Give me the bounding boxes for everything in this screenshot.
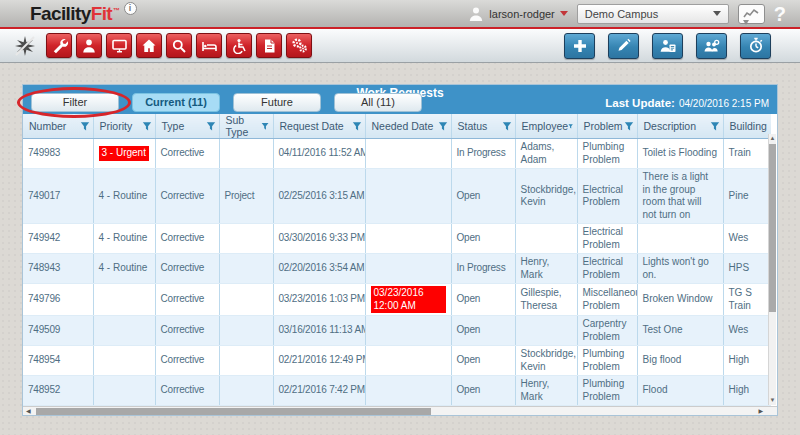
cell-employee [515, 316, 577, 346]
work-orders-button[interactable] [46, 33, 72, 58]
column-header-needed_date[interactable]: Needed Date [365, 114, 451, 139]
accessibility-button[interactable] [226, 33, 252, 58]
column-header-status[interactable]: Status [451, 114, 515, 139]
team-button[interactable] [696, 33, 727, 59]
table-row[interactable]: 748952Corrective02/21/2016 7:42 PMOpenHe… [23, 376, 771, 406]
horizontal-scrollbar[interactable]: ◀ ▶ [23, 406, 777, 415]
work-requests-panel: Work Requests Filter Current (11) Future… [22, 84, 778, 416]
table-header-row: NumberPriorityTypeSub TypeRequest DateNe… [23, 114, 771, 139]
worker-clipboard-icon [659, 38, 677, 54]
campus-select[interactable]: Demo Campus [577, 4, 729, 24]
cell-type: Corrective [155, 139, 219, 169]
cell-request_date: 03/23/2016 1:03 PM [273, 284, 365, 316]
document-icon [262, 38, 277, 54]
vertical-scrollbar[interactable]: ▲ ▼ [768, 134, 776, 405]
add-request-button[interactable] [564, 33, 595, 59]
horizontal-scroll-thumb[interactable] [36, 408, 431, 415]
table-row[interactable]: 748954Corrective02/21/2016 12:49 PMOpenS… [23, 346, 771, 376]
user-menu[interactable]: larson-rodger [468, 6, 567, 22]
assign-work-button[interactable] [652, 33, 683, 59]
filter-funnel-icon[interactable] [568, 121, 573, 132]
search-button[interactable] [166, 33, 192, 58]
tab-all[interactable]: All (11) [334, 93, 422, 112]
cell-description: Lights won't go on. [637, 254, 723, 284]
filter-funnel-icon[interactable] [502, 121, 512, 132]
column-header-employee[interactable]: Employee [515, 114, 577, 139]
table-row[interactable]: 7499424 - RoutineCorrective03/30/2016 9:… [23, 224, 771, 254]
column-header-building[interactable]: Building [723, 114, 771, 139]
cell-request_date: 02/25/2016 3:15 AM [273, 169, 365, 224]
column-label: Number [29, 120, 66, 132]
table-row[interactable]: 7499833 - UrgentCorrective04/11/2016 11:… [23, 139, 771, 169]
cell-sub_type [219, 254, 273, 284]
cell-description: Toilet is Flooding [637, 139, 723, 169]
cell-type: Corrective [155, 376, 219, 406]
column-header-description[interactable]: Description [637, 114, 723, 139]
info-icon[interactable]: i [124, 2, 137, 15]
filter-funnel-icon[interactable] [261, 121, 269, 132]
cell-description: There is a light in the group room that … [637, 169, 723, 224]
cell-status: Open [451, 346, 515, 376]
filter-funnel-icon[interactable] [142, 121, 152, 132]
cell-problem: Electrical Problem [577, 169, 637, 224]
cell-status: Open [451, 284, 515, 316]
plus-icon [572, 38, 588, 54]
last-update-value: 04/20/2016 2:15 PM [679, 98, 769, 109]
filter-funnel-icon[interactable] [624, 121, 634, 132]
cell-sub_type: Project [219, 169, 273, 224]
edit-request-button[interactable] [608, 33, 639, 59]
cell-needed_date [365, 254, 451, 284]
filter-button[interactable]: Filter [31, 93, 119, 112]
column-header-problem[interactable]: Problem [577, 114, 637, 139]
table-row[interactable]: 749796Corrective03/23/2016 1:03 PM03/23/… [23, 284, 771, 316]
cell-priority: 4 - Routine [93, 254, 155, 284]
scroll-left-icon[interactable]: ◀ [26, 407, 31, 416]
column-header-number[interactable]: Number [23, 114, 93, 139]
filter-funnel-icon[interactable] [352, 121, 362, 132]
settings-gears-icon [291, 37, 308, 54]
personnel-button[interactable] [76, 33, 102, 58]
vertical-scroll-thumb[interactable] [769, 144, 776, 312]
cell-number: 748943 [23, 254, 93, 284]
tab-future[interactable]: Future [233, 93, 321, 112]
filter-funnel-icon[interactable] [710, 121, 720, 132]
column-header-request_date[interactable]: Request Date [273, 114, 365, 139]
column-label: Description [644, 120, 697, 132]
reports-button[interactable] [256, 33, 282, 58]
equipment-button[interactable] [106, 33, 132, 58]
cell-problem: Plumbing Problem [577, 346, 637, 376]
cell-request_date: 04/11/2016 11:52 AM [273, 139, 365, 169]
filter-funnel-icon[interactable] [206, 121, 216, 132]
column-header-type[interactable]: Type [155, 114, 219, 139]
pencil-icon [616, 38, 631, 53]
scroll-up-icon[interactable]: ▲ [769, 134, 776, 143]
timer-button[interactable] [740, 33, 771, 59]
column-label: Problem [584, 120, 623, 132]
settings-button[interactable] [286, 33, 312, 58]
table-row[interactable]: 7489434 - RoutineCorrective02/20/2016 3:… [23, 254, 771, 284]
scroll-right-icon[interactable]: ▶ [758, 407, 763, 416]
filter-funnel-icon[interactable] [438, 121, 448, 132]
help-button[interactable]: ? [774, 4, 786, 24]
cell-sub_type [219, 376, 273, 406]
column-label: Building [730, 120, 767, 132]
wrench-icon [51, 37, 68, 54]
filter-funnel-icon[interactable] [80, 121, 90, 132]
tab-current[interactable]: Current (11) [132, 93, 220, 112]
scroll-down-icon[interactable]: ▼ [769, 396, 776, 405]
campus-caret-icon [713, 11, 721, 16]
stopwatch-icon [748, 37, 764, 54]
cell-type: Corrective [155, 254, 219, 284]
home-icon [141, 38, 157, 54]
column-label: Sub Type [226, 114, 262, 138]
facilities-button[interactable] [136, 33, 162, 58]
feedback-bubble-button[interactable] [738, 4, 765, 24]
column-header-sub_type[interactable]: Sub Type [219, 114, 273, 139]
column-header-priority[interactable]: Priority [93, 114, 155, 139]
team-search-icon [703, 38, 721, 54]
table-row[interactable]: 749509Corrective03/16/2016 11:13 AMOpenC… [23, 316, 771, 346]
table-row[interactable]: 7490174 - RoutineCorrectiveProject02/25/… [23, 169, 771, 224]
rooms-button[interactable] [196, 33, 222, 58]
flash-icon[interactable] [12, 33, 38, 59]
cell-number: 749942 [23, 224, 93, 254]
